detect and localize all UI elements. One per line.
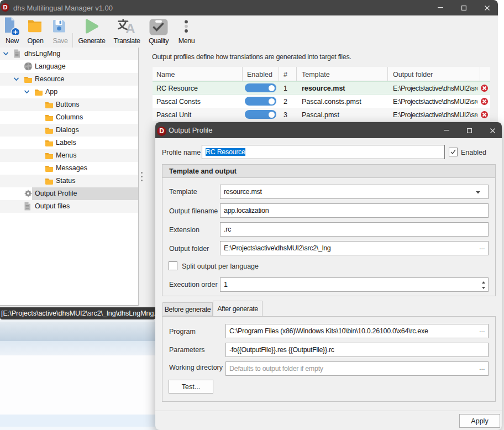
svg-text:A: A (125, 21, 135, 34)
